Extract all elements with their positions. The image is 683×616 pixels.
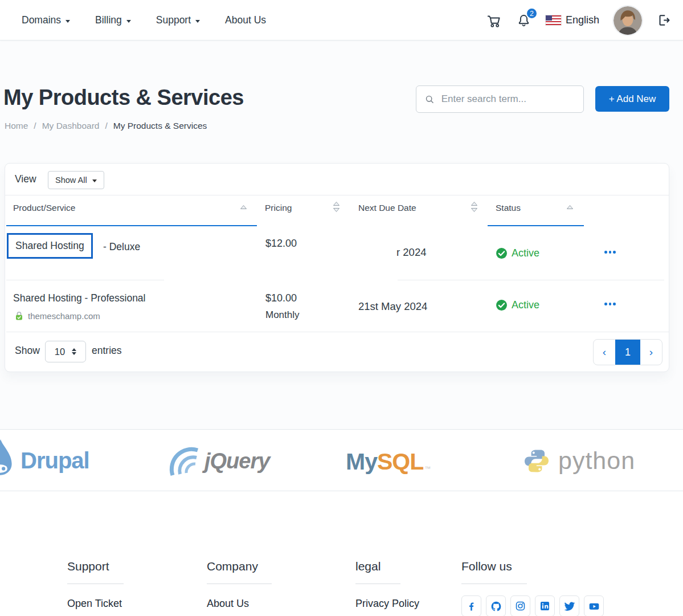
notifications-button[interactable]: 2	[516, 13, 531, 28]
nav-item-domains[interactable]: Domains	[22, 14, 70, 26]
column-header-pricing[interactable]: Pricing	[265, 203, 292, 213]
column-header-status[interactable]: Status	[496, 203, 521, 213]
nav-item-label: About Us	[225, 14, 266, 26]
row-actions-ellipsis-icon[interactable]	[604, 303, 616, 305]
nav-item-label: Support	[156, 14, 191, 26]
youtube-icon	[588, 601, 600, 612]
product-name: Shared Hosting - Professional	[13, 292, 145, 304]
divider	[67, 584, 124, 584]
status-label: Active	[512, 247, 539, 259]
column-header-product[interactable]: Product/Service	[13, 203, 75, 213]
add-new-button[interactable]: + Add New	[595, 86, 669, 112]
footer-column-company: Company About Us	[207, 560, 272, 610]
price-value: $12.00	[265, 238, 297, 248]
search-icon	[424, 93, 435, 105]
footer-heading: Support	[67, 560, 124, 573]
pagination-page-1[interactable]: 1	[615, 340, 640, 365]
sort-asc-icon[interactable]	[566, 205, 574, 210]
search-input[interactable]	[441, 93, 575, 105]
drupal-drop-icon	[0, 437, 18, 484]
logout-button[interactable]	[656, 13, 672, 28]
pagination-next[interactable]: ›	[640, 340, 662, 365]
trademark-symbol: ™	[424, 465, 431, 472]
top-navbar: Domains Billing Support About Us	[0, 0, 683, 40]
page-size-select[interactable]: 10	[45, 341, 86, 362]
view-filter-dropdown[interactable]: Show All	[48, 171, 104, 189]
language-label: English	[566, 14, 599, 26]
page-title: My Products & Services	[3, 85, 244, 110]
pagination-prev[interactable]: ‹	[594, 340, 615, 365]
breadcrumb-separator: /	[34, 121, 36, 131]
drupal-wordmark: Drupal	[21, 448, 89, 474]
github-icon	[490, 601, 502, 612]
divider	[5, 195, 669, 195]
instagram-icon	[515, 601, 526, 611]
row-actions-ellipsis-icon[interactable]	[604, 251, 616, 254]
us-flag-icon	[546, 15, 561, 25]
next-due-date: 21st May 2024	[358, 300, 427, 313]
navbar-actions: 2 English	[486, 0, 672, 40]
footer-link-about-us[interactable]: About Us	[207, 598, 272, 610]
search-box	[416, 85, 584, 113]
github-button[interactable]	[486, 595, 506, 616]
jquery-swoosh-icon	[167, 444, 200, 478]
check-circle-icon	[496, 299, 508, 311]
chevron-down-icon	[92, 180, 97, 182]
breadcrumb: Home / My Dashboard / My Products & Serv…	[5, 121, 207, 131]
nav-item-about-us[interactable]: About Us	[225, 14, 266, 26]
footer-link-privacy-policy[interactable]: Privacy Policy	[355, 598, 419, 610]
footer-link-open-ticket[interactable]: Open Ticket	[67, 598, 124, 610]
product-name-suffix: - Deluxe	[103, 241, 140, 253]
check-circle-icon	[496, 247, 508, 259]
next-due-date-partial: r 2024	[396, 246, 426, 259]
column-header-due-date[interactable]: Next Due Date	[358, 203, 416, 213]
facebook-button[interactable]	[461, 595, 481, 616]
nav-item-label: Billing	[95, 14, 122, 26]
billing-cycle: Monthly	[265, 309, 300, 321]
footer-heading: legal	[355, 560, 419, 573]
python-wordmark: python	[558, 447, 635, 475]
twitter-button[interactable]	[559, 595, 579, 616]
ssl-lock-icon	[14, 311, 24, 321]
breadcrumb-home[interactable]: Home	[5, 121, 28, 131]
nav-item-label: Domains	[22, 14, 61, 26]
youtube-button[interactable]	[584, 595, 604, 616]
logout-icon	[656, 13, 672, 28]
breadcrumb-dashboard[interactable]: My Dashboard	[42, 121, 100, 131]
divider	[355, 584, 400, 584]
nav-item-billing[interactable]: Billing	[95, 14, 131, 26]
client-area-page: Domains Billing Support About Us	[0, 0, 683, 616]
jquery-wordmark: jQuery	[205, 449, 269, 474]
view-filter-value: Show All	[55, 176, 87, 185]
chevron-down-icon	[126, 20, 131, 23]
breadcrumb-current: My Products & Services	[113, 121, 207, 131]
linkedin-button[interactable]	[535, 595, 555, 616]
divider	[398, 280, 664, 280]
services-table-card: View Show All Product/Service Pricing Ne…	[5, 163, 669, 372]
sort-both-icon[interactable]	[333, 201, 340, 213]
mysql-wordmark-sql: SQL	[377, 448, 423, 475]
sort-both-icon[interactable]	[471, 201, 478, 213]
show-label: Show	[15, 345, 40, 357]
nav-item-support[interactable]: Support	[156, 14, 200, 26]
python-snake-icon	[523, 447, 550, 475]
language-selector[interactable]: English	[546, 14, 599, 26]
price-value: $10.00	[265, 292, 297, 304]
avatar-photo-icon	[614, 6, 642, 35]
divider	[6, 280, 164, 280]
instagram-button[interactable]	[510, 595, 530, 616]
price-clipped: $12.00	[265, 238, 317, 248]
cart-icon	[486, 13, 502, 28]
divider	[6, 332, 669, 332]
domain-line: themeschamp.com	[14, 311, 100, 321]
mysql-wordmark-my: My	[346, 448, 377, 475]
status-label: Active	[512, 299, 539, 311]
cart-button[interactable]	[486, 13, 502, 28]
user-avatar[interactable]	[614, 6, 642, 35]
python-logo: python	[523, 447, 635, 475]
focused-element-outline: Shared Hosting	[7, 233, 93, 259]
select-arrows-icon	[72, 348, 76, 355]
sort-asc-icon[interactable]	[240, 205, 247, 210]
mysql-logo: MySQL ™	[346, 448, 431, 475]
product-name: Shared Hosting	[15, 240, 84, 251]
